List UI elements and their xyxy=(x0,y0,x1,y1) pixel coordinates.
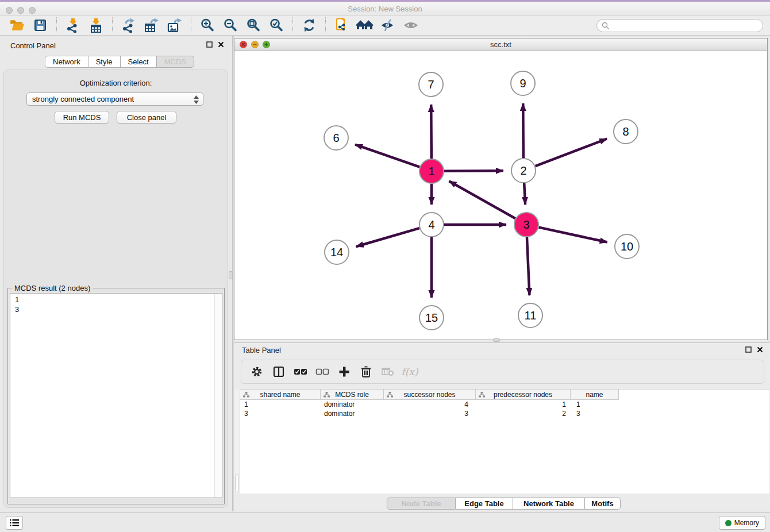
search-icon xyxy=(602,22,610,30)
delete-table-button[interactable] xyxy=(381,365,395,379)
cell-predecessor-nodes[interactable]: 2 xyxy=(476,410,571,418)
column-header-predecessor-nodes[interactable]: predecessor nodes xyxy=(476,390,571,399)
task-history-button[interactable] xyxy=(6,516,23,530)
memory-status-icon xyxy=(725,520,732,526)
export-image-icon xyxy=(167,18,182,33)
node-label-8: 8 xyxy=(622,125,629,138)
edge-1-7[interactable] xyxy=(431,105,432,159)
table-header-row: shared name MCDS role successor nodes pr… xyxy=(240,389,619,400)
tab-style[interactable]: Style xyxy=(88,56,121,68)
column-header-name[interactable]: name xyxy=(571,390,619,399)
edge-3-11[interactable] xyxy=(527,237,529,295)
tab-network[interactable]: Network xyxy=(45,56,88,68)
stepper-icon xyxy=(193,95,199,105)
zoom-selected-button[interactable] xyxy=(268,17,285,33)
table-scrollbar[interactable] xyxy=(234,389,240,494)
criterion-select[interactable]: strongly connected component xyxy=(26,92,203,106)
network-window-titlebar[interactable]: scc.txt xyxy=(234,38,767,51)
hide-details-button[interactable] xyxy=(379,17,396,33)
search-box[interactable] xyxy=(596,19,763,32)
cell-shared-name[interactable]: 3 xyxy=(240,410,321,418)
show-details-button[interactable] xyxy=(402,17,419,33)
run-mcds-button[interactable]: Run MCDS xyxy=(55,111,109,124)
refresh-button[interactable] xyxy=(301,17,318,33)
save-icon xyxy=(33,18,47,32)
mcds-result-box[interactable]: 1 3 xyxy=(10,293,222,498)
tab-edge-table[interactable]: Edge Table xyxy=(456,498,513,510)
save-session-button[interactable] xyxy=(32,17,49,33)
deselect-all-rows-button[interactable] xyxy=(315,365,329,379)
select-all-rows-button[interactable] xyxy=(294,365,307,379)
cell-successor-nodes[interactable]: 3 xyxy=(384,410,476,418)
checked-boxes-icon xyxy=(294,368,307,376)
zoom-fit-button[interactable] xyxy=(245,17,262,33)
table-panel-title: Table Panel xyxy=(242,346,281,354)
add-column-button[interactable] xyxy=(337,365,351,379)
column-header-shared-name[interactable]: shared name xyxy=(240,390,321,399)
overview-button[interactable] xyxy=(356,17,374,33)
cell-mcds-role[interactable]: dominator xyxy=(321,410,384,418)
show-columns-button[interactable] xyxy=(272,365,286,379)
toolbar-separator xyxy=(56,17,57,33)
column-header-successor-nodes[interactable]: successor nodes xyxy=(384,390,476,399)
trash-icon xyxy=(361,366,371,377)
network-graph: 7968124314101511 xyxy=(234,51,767,340)
splitter-grip[interactable] xyxy=(229,271,233,279)
table-row[interactable]: 1 dominator 4 1 1 xyxy=(240,400,619,409)
tab-network-table[interactable]: Network Table xyxy=(513,498,585,510)
import-table-button[interactable] xyxy=(87,17,105,33)
zoom-out-button[interactable] xyxy=(222,17,239,33)
column-header-mcds-role[interactable]: MCDS role xyxy=(321,390,384,399)
node-table: shared name MCDS role successor nodes pr… xyxy=(240,389,619,418)
result-scrollbar[interactable] xyxy=(214,294,222,498)
import-network-button[interactable] xyxy=(64,17,82,33)
node-label-11: 11 xyxy=(525,309,537,322)
network-canvas[interactable]: 7968124314101511 xyxy=(234,51,767,340)
node-label-1: 1 xyxy=(428,165,434,178)
zoom-in-button[interactable] xyxy=(199,17,216,33)
memory-label: Memory xyxy=(734,519,759,527)
table-settings-button[interactable] xyxy=(250,365,264,379)
edge-3-10[interactable] xyxy=(538,228,607,242)
table-panel-tabs: Node Table Edge Table Network Table Moti… xyxy=(387,498,621,510)
edge-1-2[interactable] xyxy=(444,171,503,171)
cell-name[interactable]: 3 xyxy=(571,410,619,418)
float-panel-icon[interactable] xyxy=(745,346,752,353)
tab-motifs[interactable]: Motifs xyxy=(585,498,621,510)
cell-mcds-role[interactable]: dominator xyxy=(321,400,384,408)
cell-predecessor-nodes[interactable]: 1 xyxy=(476,400,571,408)
edge-2-9[interactable] xyxy=(523,103,523,158)
cell-shared-name[interactable]: 1 xyxy=(240,400,321,408)
tab-mcds[interactable]: MCDS xyxy=(157,56,194,68)
function-builder-button[interactable]: f(x) xyxy=(403,365,417,379)
search-input[interactable] xyxy=(610,21,763,31)
export-image-button[interactable] xyxy=(166,17,183,33)
tab-select[interactable]: Select xyxy=(121,56,157,68)
float-panel-icon[interactable] xyxy=(206,41,213,48)
memory-button[interactable]: Memory xyxy=(719,516,765,530)
delete-column-button[interactable] xyxy=(359,365,373,379)
export-table-button[interactable] xyxy=(143,17,160,33)
eye-gray-icon xyxy=(403,18,419,33)
cell-name[interactable]: 1 xyxy=(571,400,619,408)
edge-3-1[interactable] xyxy=(449,181,515,218)
open-session-button[interactable] xyxy=(9,17,26,33)
export-network-button[interactable] xyxy=(120,17,137,33)
mcds-result-fieldset: MCDS result (2 nodes) 1 3 xyxy=(7,288,225,504)
edge-2-8[interactable] xyxy=(536,138,607,166)
clone-network-button[interactable] xyxy=(333,17,351,33)
edge-1-6[interactable] xyxy=(355,145,419,167)
edge-2-3[interactable] xyxy=(524,183,525,205)
gear-icon xyxy=(251,366,263,377)
edge-4-14[interactable] xyxy=(356,228,419,246)
cell-successor-nodes[interactable]: 4 xyxy=(384,400,476,408)
hierarchy-icon xyxy=(479,392,485,398)
close-panel-icon[interactable] xyxy=(218,41,224,48)
table-scrollbar-thumb[interactable] xyxy=(235,474,239,492)
close-panel-icon[interactable] xyxy=(757,346,763,353)
tab-node-table[interactable]: Node Table xyxy=(387,498,456,510)
table-row[interactable]: 3 dominator 3 2 3 xyxy=(240,409,619,418)
splitter-grip-horizontal[interactable] xyxy=(493,338,500,342)
close-panel-button[interactable]: Close panel xyxy=(117,111,176,124)
optimization-criterion-label: Optimization criterion: xyxy=(4,79,228,87)
